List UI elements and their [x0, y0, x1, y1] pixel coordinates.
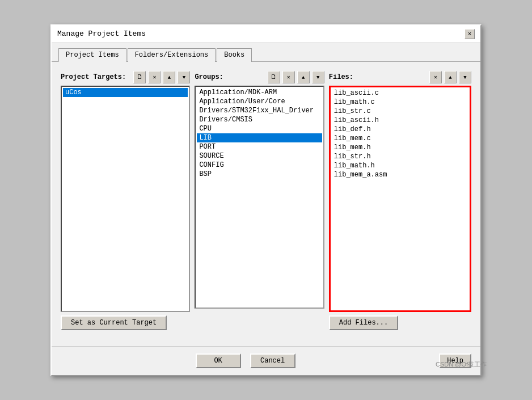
- files-label: Files:: [329, 73, 427, 81]
- files-list[interactable]: lib_ascii.c lib_math.c lib_str.c lib_asc…: [329, 86, 471, 312]
- files-down-btn[interactable]: [459, 71, 471, 83]
- files-bottom: Add Files...: [329, 315, 471, 330]
- dialog-body: Project Targets: uCos Set as Current Tar…: [52, 62, 480, 346]
- list-item[interactable]: Application/MDK-ARM: [197, 88, 322, 97]
- dialog: Manage Project Items × Project Items Fol…: [50, 24, 482, 376]
- list-item[interactable]: lib_str.h: [332, 152, 468, 161]
- groups-delete-btn[interactable]: [282, 71, 295, 83]
- close-button[interactable]: ×: [465, 29, 475, 39]
- project-targets-header: Project Targets:: [61, 71, 190, 83]
- files-up-btn[interactable]: [444, 71, 457, 83]
- project-targets-actions: [133, 71, 190, 83]
- list-item[interactable]: lib_mem.h: [332, 143, 468, 152]
- list-item[interactable]: lib_mem.c: [332, 134, 468, 143]
- list-item[interactable]: SOURCE: [197, 151, 322, 161]
- project-targets-delete-btn[interactable]: [148, 71, 161, 83]
- up-icon: [302, 74, 305, 81]
- list-item[interactable]: CONFIG: [197, 161, 322, 170]
- add-files-button[interactable]: Add Files...: [329, 315, 398, 330]
- list-item[interactable]: CPU: [197, 124, 322, 133]
- dialog-title: Manage Project Items: [57, 30, 146, 38]
- tabs-bar: Project Items Folders/Extensions Books: [52, 43, 480, 62]
- groups-bottom: [195, 312, 324, 330]
- cancel-button[interactable]: Cancel: [250, 353, 295, 368]
- down-icon: [183, 74, 185, 81]
- watermark: CSDN @Of技工作: [436, 360, 487, 369]
- list-item[interactable]: PORT: [197, 142, 322, 151]
- list-item[interactable]: lib_str.c: [332, 107, 468, 116]
- groups-down-btn[interactable]: [312, 71, 324, 83]
- list-item[interactable]: Application/User/Core: [197, 97, 322, 106]
- tab-books[interactable]: Books: [217, 48, 252, 62]
- files-panel: Files: lib_ascii.c lib_math.c lib_str.c …: [329, 71, 471, 330]
- set-as-current-target-button[interactable]: Set as Current Target: [61, 315, 167, 330]
- project-targets-up-btn[interactable]: [163, 71, 175, 83]
- list-item[interactable]: lib_ascii.h: [332, 116, 468, 125]
- groups-up-btn[interactable]: [297, 71, 310, 83]
- down-icon: [463, 74, 466, 81]
- panels-row: Project Targets: uCos Set as Current Tar…: [61, 71, 471, 330]
- down-icon: [316, 74, 319, 81]
- ok-button[interactable]: OK: [196, 353, 241, 368]
- new-icon: [271, 73, 277, 81]
- project-targets-new-btn[interactable]: [133, 71, 146, 83]
- groups-header: Groups:: [195, 71, 324, 83]
- files-actions: [429, 71, 471, 83]
- list-item[interactable]: uCos: [63, 88, 188, 97]
- tab-folders-extensions[interactable]: Folders/Extensions: [128, 48, 216, 62]
- list-item[interactable]: lib_ascii.c: [332, 89, 468, 98]
- delete-icon: [287, 74, 290, 81]
- groups-new-btn[interactable]: [268, 71, 280, 83]
- list-item[interactable]: lib_math.c: [332, 98, 468, 107]
- groups-panel: Groups: Application/MDK-ARM Application/…: [195, 71, 324, 330]
- up-icon: [168, 74, 171, 81]
- files-delete-btn[interactable]: [429, 71, 442, 83]
- groups-label: Groups:: [195, 73, 265, 81]
- project-targets-bottom: Set as Current Target: [61, 315, 190, 330]
- project-targets-down-btn[interactable]: [178, 71, 190, 83]
- list-item[interactable]: Drivers/STM32F1xx_HAL_Driver: [197, 106, 322, 115]
- list-item[interactable]: BSP: [197, 170, 322, 179]
- delete-icon: [434, 74, 437, 81]
- files-header: Files:: [329, 71, 471, 83]
- list-item[interactable]: lib_math.h: [332, 161, 468, 170]
- title-bar: Manage Project Items ×: [52, 26, 480, 43]
- up-icon: [449, 74, 451, 81]
- tab-project-items[interactable]: Project Items: [58, 48, 126, 62]
- new-icon: [137, 73, 143, 81]
- footer: OK Cancel Help: [52, 346, 480, 375]
- list-item[interactable]: lib_mem_a.asm: [332, 170, 468, 179]
- list-item[interactable]: LIB: [197, 133, 322, 142]
- project-targets-list[interactable]: uCos: [61, 86, 190, 312]
- groups-list[interactable]: Application/MDK-ARM Application/User/Cor…: [195, 86, 324, 309]
- project-targets-panel: Project Targets: uCos Set as Current Tar…: [61, 71, 190, 330]
- project-targets-label: Project Targets:: [61, 73, 131, 81]
- delete-icon: [153, 74, 156, 81]
- list-item[interactable]: lib_def.h: [332, 125, 468, 134]
- list-item[interactable]: Drivers/CMSIS: [197, 115, 322, 124]
- groups-actions: [268, 71, 324, 83]
